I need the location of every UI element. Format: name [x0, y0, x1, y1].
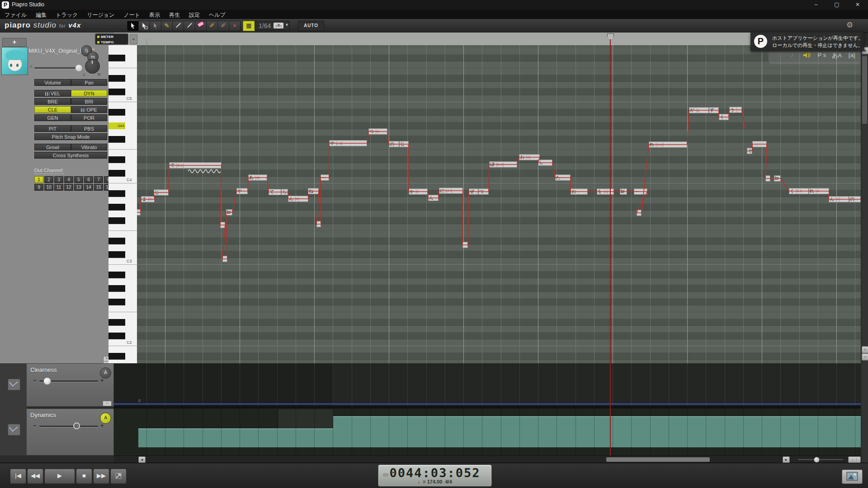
add-track-button[interactable]: + [2, 38, 27, 47]
piano-key-black[interactable] [108, 238, 125, 244]
select-tool[interactable] [127, 21, 139, 31]
browser-button[interactable] [842, 469, 863, 484]
piano-key-black[interactable] [108, 217, 125, 224]
play-button[interactable]: ▶ [44, 469, 75, 484]
piano-key-black[interactable] [108, 75, 125, 82]
note[interactable]: が[g [689, 107, 709, 113]
note[interactable] [765, 175, 770, 182]
pan-tab[interactable]: Pan [71, 79, 107, 86]
note[interactable]: ん[n] [829, 196, 849, 202]
vzoom-minus-button[interactable]: − [862, 353, 868, 361]
note[interactable]: ー [321, 174, 329, 181]
skip-start-button[interactable]: |◀ [10, 469, 26, 484]
note[interactable]: ら.. [281, 189, 288, 195]
param-vel-button[interactable]: VEL [34, 90, 71, 97]
clearness-slider-knob[interactable] [43, 377, 51, 385]
scroll-right-icon[interactable]: ► [783, 456, 790, 463]
note[interactable]: br [226, 209, 232, 216]
note[interactable]: す.. [709, 107, 719, 113]
param-bre-button[interactable]: BRE [34, 98, 71, 105]
dynamics-envelope-button[interactable] [8, 424, 20, 436]
note[interactable] [222, 256, 227, 262]
note[interactable]: や.. [236, 188, 248, 194]
triplet-icon[interactable]: ┌3┐ [274, 23, 283, 28]
piano-key-black[interactable] [108, 353, 125, 360]
pan-knob[interactable] [85, 59, 100, 74]
note[interactable]: の.. [389, 141, 399, 147]
scroll-left-icon[interactable]: ◄ [138, 456, 146, 463]
out-channel-12[interactable]: 12 [64, 184, 73, 191]
param-pit-button[interactable]: PIT [34, 125, 71, 132]
note[interactable]: く.. [719, 114, 729, 120]
note[interactable]: く[k h [789, 188, 809, 194]
out-channel-11[interactable]: 11 [54, 184, 63, 191]
loop-button[interactable] [110, 469, 127, 484]
delete-tool[interactable]: × [229, 21, 241, 31]
out-channel-3[interactable]: 3 [54, 176, 63, 183]
note[interactable]: つ[ts [368, 128, 387, 135]
vertical-scroll-thumb[interactable] [862, 56, 867, 124]
note-red-icon[interactable]: ♪ [771, 52, 783, 58]
piano-roll[interactable]: ま[mじ..で[d e]brや..あ[a]て..ら..ん[n]ね..ーや[j a… [137, 45, 861, 363]
ps-icon[interactable]: P s [816, 52, 828, 58]
volume-tab[interactable]: Volume [34, 79, 71, 86]
note[interactable]: れ[4 e] [649, 141, 687, 148]
out-channel-9[interactable]: 9 [34, 184, 43, 191]
corner-grip[interactable]: ⋮⋮ [848, 456, 861, 463]
pen-dim-tool[interactable]: ✐ [217, 21, 229, 31]
growl-button[interactable]: Growl [34, 144, 71, 150]
stop-button[interactable]: ■ [76, 469, 92, 484]
measure-ruler[interactable] [114, 33, 861, 46]
vzoom-plus-button[interactable]: + [862, 346, 868, 353]
note[interactable]: の.. [849, 196, 861, 202]
hzoom-knob[interactable] [814, 457, 820, 463]
note[interactable]: ん[n] [288, 196, 308, 202]
out-channel-10[interactable]: 10 [44, 184, 53, 191]
piano-key-black[interactable] [108, 109, 125, 116]
piano-key-black[interactable] [108, 333, 125, 339]
note[interactable] [462, 242, 468, 248]
dynamics-param-lane[interactable] [114, 408, 861, 455]
param-dyn-button[interactable]: DYN [71, 90, 107, 97]
region-select-tool[interactable] [138, 21, 150, 31]
vertical-scrollbar[interactable]: ▲ + − [861, 45, 868, 463]
dynamics-auto-button[interactable]: A [100, 413, 111, 424]
note[interactable]: ぼ[b o] [489, 161, 517, 168]
pitch-param-lane[interactable]: 0 [114, 363, 861, 406]
note[interactable]: あ[a] [248, 174, 267, 181]
note[interactable] [220, 222, 225, 228]
out-channel-4[interactable]: 4 [64, 176, 73, 183]
piano-key-black[interactable] [108, 251, 125, 258]
param-bri-button[interactable]: BRI [71, 98, 107, 105]
piano-key-black[interactable] [108, 55, 125, 61]
playhead[interactable] [610, 35, 611, 455]
out-channel-2[interactable]: 2 [44, 176, 53, 183]
piano-key-black[interactable] [108, 190, 125, 197]
note[interactable]: で[d e] [169, 162, 222, 169]
grid-dropdown-arrow-icon[interactable]: ▼ [285, 23, 289, 27]
select-dim-tool[interactable] [150, 21, 161, 31]
pen-tool[interactable]: ✐ [206, 21, 218, 31]
note[interactable] [637, 210, 642, 216]
highlighted-key[interactable]: G#4 [108, 122, 125, 129]
piano-key-black[interactable] [108, 156, 125, 163]
note[interactable]: れ[4 [809, 188, 829, 194]
note[interactable]: を[o] [597, 188, 614, 195]
note[interactable] [137, 209, 141, 216]
pencil-tool[interactable]: ✎ [161, 21, 173, 31]
note[interactable]: そ [747, 148, 752, 154]
note[interactable]: ね.. [308, 188, 319, 194]
note[interactable]: ー [634, 188, 647, 195]
note[interactable]: ... [752, 141, 767, 147]
piano-keys[interactable]: C5C4C3C2G#4 [108, 45, 137, 363]
minimize-button[interactable]: – [806, 0, 826, 10]
note[interactable]: や[j a] [329, 140, 367, 146]
note-gray-icon[interactable]: ♪ [786, 52, 798, 58]
horizontal-scroll-thumb[interactable] [606, 457, 710, 462]
note[interactable]: し [538, 160, 552, 166]
note[interactable]: た.. [555, 174, 571, 181]
out-channel-1[interactable]: 1 [34, 176, 43, 183]
track-avatar[interactable] [1, 47, 28, 75]
cross-synthesis-button[interactable]: Cross Synthesis [34, 152, 107, 159]
phoneme-icon[interactable]: [a] [846, 52, 858, 58]
